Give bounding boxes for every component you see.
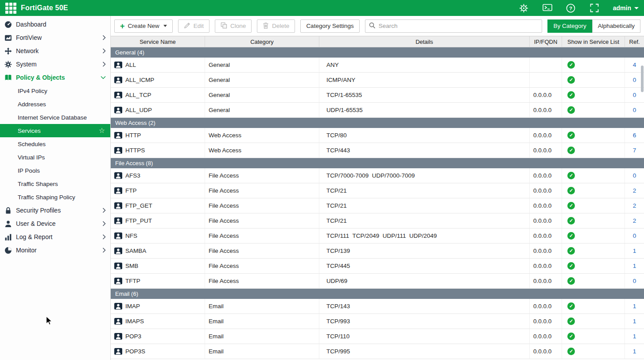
ref-count-link[interactable]: 0 bbox=[633, 77, 636, 83]
show-in-service-list-cell: ✓ bbox=[562, 213, 625, 228]
sidebar-subitem-label: Virtual IPs bbox=[18, 154, 45, 161]
table-row[interactable]: FTP_GETFile AccessTCP/210.0.0.0✓2 bbox=[111, 198, 644, 213]
show-in-service-list-cell: ✓ bbox=[562, 103, 625, 117]
clone-button[interactable]: Clone bbox=[215, 19, 252, 33]
sidebar-item-policy-objects[interactable]: Policy & Objects bbox=[0, 71, 110, 84]
sidebar-item-virtual-ips[interactable]: Virtual IPs bbox=[0, 151, 110, 164]
sidebar-item-services[interactable]: Services☆ bbox=[0, 124, 110, 137]
ref-count-link[interactable]: 0 bbox=[633, 172, 636, 179]
details-cell: TCP/110 bbox=[319, 329, 530, 344]
sidebar-item-security-profiles[interactable]: Security Profiles bbox=[0, 204, 110, 217]
table-row[interactable]: SMBFile AccessTCP/4450.0.0.0✓1 bbox=[111, 259, 644, 274]
sidebar-item-label: Monitor bbox=[16, 247, 37, 254]
ip-fqdn-cell: 0.0.0.0 bbox=[530, 259, 562, 273]
ref-count-link[interactable]: 1 bbox=[633, 248, 636, 254]
ref-count-link[interactable]: 2 bbox=[633, 217, 636, 224]
chevron-right-icon bbox=[102, 62, 106, 67]
settings-gear-icon[interactable] bbox=[519, 3, 529, 13]
ref-count-link[interactable]: 0 bbox=[633, 92, 636, 98]
ref-count-link[interactable]: 0 bbox=[633, 232, 636, 239]
check-icon: ✓ bbox=[567, 302, 575, 310]
table-row[interactable]: IMAPEmailTCP/1430.0.0.0✓1 bbox=[111, 299, 644, 314]
fullscreen-icon[interactable] bbox=[590, 3, 599, 13]
category-group-header-file-access-8[interactable]: File Access (8) bbox=[111, 158, 644, 168]
vertical-scrollbar-thumb[interactable] bbox=[641, 66, 644, 92]
column-header-ip-fqdn[interactable]: IP/FQDN bbox=[530, 36, 562, 47]
delete-button[interactable]: Delete bbox=[257, 19, 295, 33]
service-name-text: TFTP bbox=[125, 278, 140, 284]
ref-count-link[interactable]: 1 bbox=[633, 303, 636, 310]
favorite-star-icon[interactable]: ☆ bbox=[99, 127, 105, 134]
sidebar-item-schedules[interactable]: Schedules bbox=[0, 137, 110, 151]
by-category-button[interactable]: By Category bbox=[547, 19, 592, 33]
category-cell: File Access bbox=[205, 213, 319, 228]
ref-count-link[interactable]: 2 bbox=[633, 202, 636, 209]
category-settings-button[interactable]: Category Settings bbox=[300, 19, 359, 33]
category-group-header-general-4[interactable]: General (4) bbox=[111, 47, 644, 58]
table-row[interactable]: AFS3File AccessTCP/7000-7009 UDP/7000-70… bbox=[111, 168, 644, 183]
check-icon: ✓ bbox=[567, 317, 575, 325]
service-icon bbox=[114, 248, 122, 254]
table-row[interactable]: SAMBAFile AccessTCP/1390.0.0.0✓1 bbox=[111, 244, 644, 259]
help-icon[interactable]: ? bbox=[566, 3, 576, 13]
column-header-ref[interactable]: Ref. bbox=[625, 36, 644, 47]
ref-count-link[interactable]: 0 bbox=[633, 278, 636, 284]
sidebar-item-system[interactable]: System bbox=[0, 58, 110, 71]
column-header-show-in-service-list[interactable]: Show in Service List bbox=[562, 36, 625, 47]
sidebar-item-addresses[interactable]: Addresses bbox=[0, 97, 110, 111]
edit-button[interactable]: Edit bbox=[178, 19, 209, 33]
table-row[interactable]: ALLGeneralANY✓4 bbox=[111, 58, 644, 73]
sidebar-item-ipv4-policy[interactable]: IPv4 Policy bbox=[0, 84, 110, 97]
table-row[interactable]: ALL_TCPGeneralTCP/1-655350.0.0.0✓0 bbox=[111, 88, 644, 103]
ref-count-link[interactable]: 7 bbox=[633, 147, 636, 154]
table-row[interactable]: HTTPSWeb AccessTCP/4430.0.0.0✓7 bbox=[111, 143, 644, 158]
table-row[interactable]: FTPFile AccessTCP/210.0.0.0✓2 bbox=[111, 183, 644, 198]
service-icon bbox=[114, 232, 122, 239]
ref-cell: 1 bbox=[625, 329, 644, 344]
sidebar-item-dashboard[interactable]: Dashboard bbox=[0, 18, 110, 31]
sidebar-item-traffic-shapers[interactable]: Traffic Shapers bbox=[0, 177, 110, 190]
create-new-button[interactable]: + Create New bbox=[114, 19, 173, 33]
table-row[interactable]: POP3EmailTCP/1100.0.0.0✓1 bbox=[111, 329, 644, 344]
table-row[interactable]: ALL_UDPGeneralUDP/1-655350.0.0.0✓0 bbox=[111, 103, 644, 118]
table-row[interactable]: NFSFile AccessTCP/111 TCP/2049 UDP/111 U… bbox=[111, 228, 644, 244]
service-name-cell: FTP_PUT bbox=[111, 213, 205, 228]
sidebar-item-traffic-shaping-policy[interactable]: Traffic Shaping Policy bbox=[0, 190, 110, 204]
sidebar-item-log-report[interactable]: Log & Report bbox=[0, 230, 110, 244]
table-row[interactable]: FTP_PUTFile AccessTCP/210.0.0.0✓2 bbox=[111, 213, 644, 228]
sidebar-item-monitor[interactable]: Monitor bbox=[0, 244, 110, 257]
ref-count-link[interactable]: 1 bbox=[633, 318, 636, 325]
category-cell: File Access bbox=[205, 274, 319, 288]
cli-console-icon[interactable] bbox=[543, 3, 552, 13]
ref-count-link[interactable]: 1 bbox=[633, 263, 636, 269]
category-group-header-web-access-2[interactable]: Web Access (2) bbox=[111, 118, 644, 128]
ref-count-link[interactable]: 1 bbox=[633, 333, 636, 340]
sidebar-item-internet-service-database[interactable]: Internet Service Database bbox=[0, 111, 110, 124]
sidebar-item-network[interactable]: Network bbox=[0, 44, 110, 58]
ref-count-link[interactable]: 6 bbox=[633, 132, 636, 139]
sidebar-item-user-device[interactable]: User & Device bbox=[0, 217, 110, 230]
service-icon bbox=[114, 303, 122, 310]
column-header-category[interactable]: Category bbox=[205, 36, 319, 47]
ref-count-link[interactable]: 2 bbox=[633, 187, 636, 194]
search-input[interactable] bbox=[379, 23, 539, 29]
alphabetically-button[interactable]: Alphabetically bbox=[592, 19, 640, 33]
ref-count-link[interactable]: 4 bbox=[633, 62, 636, 68]
service-icon bbox=[114, 318, 122, 325]
table-row[interactable]: POP3SEmailTCP/9950.0.0.0✓1 bbox=[111, 344, 644, 359]
table-row[interactable]: ALL_ICMPGeneralICMP/ANY✓0 bbox=[111, 73, 644, 88]
column-header-service-name[interactable]: Service Name bbox=[111, 36, 205, 47]
column-header-details[interactable]: Details bbox=[319, 36, 530, 47]
sidebar-item-fortiview[interactable]: FortiView bbox=[0, 31, 110, 44]
table-row[interactable]: TFTPFile AccessUDP/690.0.0.0✓0 bbox=[111, 274, 644, 289]
table-row[interactable]: HTTPWeb AccessTCP/800.0.0.0✓6 bbox=[111, 128, 644, 143]
admin-menu[interactable]: admin bbox=[613, 4, 639, 12]
search-box[interactable] bbox=[365, 19, 543, 33]
sidebar-item-ip-pools[interactable]: IP Pools bbox=[0, 164, 110, 177]
ip-fqdn-cell: 0.0.0.0 bbox=[530, 274, 562, 288]
table-row[interactable]: IMAPSEmailTCP/9930.0.0.0✓1 bbox=[111, 314, 644, 329]
check-icon: ✓ bbox=[567, 217, 575, 225]
ref-count-link[interactable]: 0 bbox=[633, 107, 636, 113]
category-group-header-email-6[interactable]: Email (6) bbox=[111, 289, 644, 299]
ref-count-link[interactable]: 1 bbox=[633, 348, 636, 355]
